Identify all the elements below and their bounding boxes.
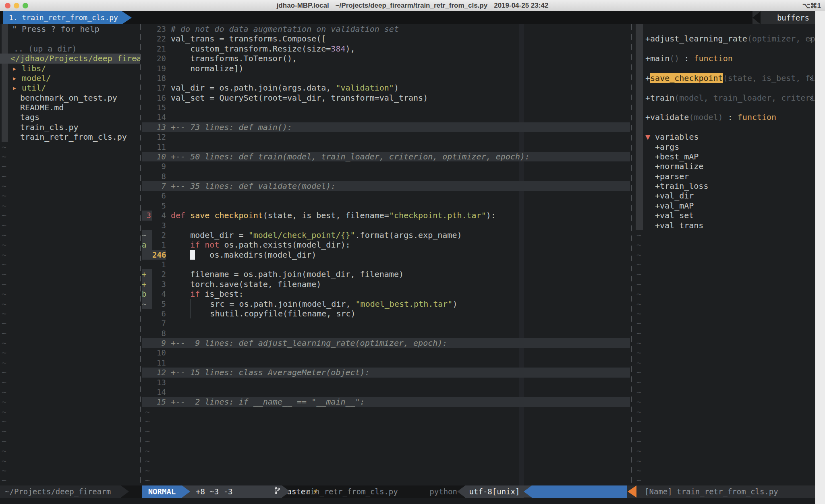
tag-item[interactable]: +save_checkpoint(state, is_best, fil›: [635, 73, 815, 83]
empty-buffer-line: ~: [0, 417, 140, 426]
line-number: 12: [152, 368, 166, 377]
tag-item[interactable]: +main() : function: [635, 54, 815, 63]
code-line[interactable]: 6: [142, 191, 630, 200]
code-line[interactable]: 246 os.makedirs(model_dir): [142, 250, 630, 260]
gutter-sign: ~: [142, 299, 152, 309]
command-line[interactable]: [0, 498, 815, 504]
tree-item[interactable]: ▸ model/: [0, 73, 140, 83]
code-line[interactable]: 8: [142, 171, 630, 181]
code-line[interactable]: _34def save_checkpoint(state, is_best, f…: [142, 211, 630, 220]
empty-buffer-line: ~: [142, 466, 630, 475]
code-line[interactable]: ~2 model_dir = "model/check_point/{}".fo…: [142, 230, 630, 240]
line-number: 19: [152, 64, 166, 73]
tree-item[interactable]: </jdhao/Projects/deep_firear›: [0, 54, 140, 63]
code-line[interactable]: 7: [142, 318, 630, 328]
tree-item[interactable]: ▸ util/: [0, 83, 140, 93]
code-line[interactable]: 14: [142, 387, 630, 397]
code-line[interactable]: +2 filename = os.path.join(model_dir, fi…: [142, 269, 630, 279]
code-line[interactable]: 22val_trans = transforms.Compose([: [142, 34, 630, 43]
tree-item[interactable]: train_retr_from_cls.py: [0, 132, 140, 142]
tree-item[interactable]: tags: [0, 112, 140, 122]
line-number: 6: [152, 309, 166, 318]
empty-buffer-line: ~: [635, 328, 815, 338]
gutter-sign: [142, 64, 152, 73]
code-line[interactable]: ~5 src = os.path.join(model_dir, "model_…: [142, 299, 630, 309]
code-line[interactable]: 21 custom_transform.Resize(size=384),: [142, 44, 630, 54]
code-line[interactable]: 3: [142, 221, 630, 230]
nddir-text: libs/: [22, 64, 46, 73]
powerline-arrow: [182, 485, 190, 498]
empty-buffer-line: ~: [0, 260, 140, 269]
code-line[interactable]: 5: [142, 201, 630, 211]
tag-item[interactable]: +train_loss: [635, 181, 815, 191]
tag-item[interactable]: +val_mAP: [635, 201, 815, 211]
line-number: 3: [152, 279, 166, 289]
code-line[interactable]: 14: [142, 112, 630, 122]
tree-item[interactable]: benchmark_on_test.py: [0, 93, 140, 103]
ndhelp-text: " Press ? for help: [12, 24, 99, 34]
gutter-sign: +: [142, 269, 152, 279]
tag-item[interactable]: +best_mAP: [635, 152, 815, 161]
empty-buffer-line: ~: [635, 387, 815, 397]
code-line[interactable]: 9: [142, 161, 630, 171]
code-line[interactable]: 15: [142, 103, 630, 112]
tab-active-buffer[interactable]: 1. train_retr_from_cls.py: [3, 11, 122, 24]
tag-item[interactable]: +val_dir: [635, 191, 815, 200]
fold-line[interactable]: 7+-- 35 lines: def validate(model):: [142, 181, 630, 191]
line-number: 14: [152, 112, 166, 122]
tag-item[interactable]: +val_trans: [635, 221, 815, 230]
line-text: os.makedirs(model_dir): [171, 250, 316, 260]
code-line[interactable]: 11: [142, 358, 630, 368]
tag-item[interactable]: +normalize: [635, 161, 815, 171]
tag-item[interactable]: +train(model, train_loader, criterio›: [635, 93, 815, 103]
code-line[interactable]: 10: [142, 348, 630, 357]
ndgray-text: .. (up a dir): [14, 44, 77, 54]
buffers-label[interactable]: buffers: [752, 11, 815, 24]
code-line[interactable]: b4 if is_best:: [142, 289, 630, 299]
tag-item[interactable]: +adjust_learning_rate(optimizer, epo›: [635, 34, 815, 43]
gutter-sign: [142, 387, 152, 397]
tn-text: variables: [655, 132, 699, 142]
code-line[interactable]: 20 transforms.ToTensor(),: [142, 54, 630, 63]
tag-item[interactable]: ▼ variables: [635, 132, 815, 142]
code-line[interactable]: 23# do not do data augmentation on valid…: [142, 24, 630, 34]
line-number: 22: [152, 34, 166, 43]
fold-line[interactable]: 13+-- 73 lines: def main():: [142, 122, 630, 132]
code-line[interactable]: 6 shutil.copyfile(filename, src): [142, 309, 630, 318]
fold-line[interactable]: 10+-- 50 lines: def train(model, train_l…: [142, 152, 630, 161]
tag-item[interactable]: +parser: [635, 171, 815, 181]
fold-line[interactable]: 9+-- 9 lines: def adjust_learning_rate(o…: [142, 338, 630, 348]
powerline-arrow: [457, 485, 465, 498]
code-line[interactable]: +3 torch.save(state, filename): [142, 279, 630, 289]
code-line[interactable]: 17val_dir = os.path.join(args.data, "val…: [142, 83, 630, 93]
empty-buffer-line: ~: [0, 289, 140, 299]
ndfile-text: benchmark_on_test.py: [20, 93, 117, 103]
fg-text: ): [452, 299, 457, 309]
tree-item[interactable]: train_cls.py: [0, 122, 140, 132]
empty-buffer-line: ~: [0, 368, 140, 377]
code-line[interactable]: 16val_set = QuerySet(root=val_dir, trans…: [142, 93, 630, 103]
ndfile-text: tags: [20, 112, 39, 122]
empty-buffer-line: ~: [635, 289, 815, 299]
fg-text: ): [394, 83, 399, 93]
code-line[interactable]: 13: [142, 378, 630, 387]
fold-line[interactable]: 12+-- 15 lines: class AverageMeter(objec…: [142, 368, 630, 377]
code-line[interactable]: a1 if not os.path.exists(model_dir):: [142, 240, 630, 250]
code-line[interactable]: 11: [142, 142, 630, 152]
code-line[interactable]: 18: [142, 73, 630, 83]
code-line[interactable]: 1: [142, 260, 630, 269]
line-number: 1: [152, 240, 166, 250]
tag-item[interactable]: +args: [635, 142, 815, 152]
code-line[interactable]: 12: [142, 132, 630, 142]
fold-line[interactable]: 15+-- 2 lines: if __name__ == "__main__"…: [142, 397, 630, 407]
window-separator[interactable]: [631, 24, 632, 485]
tree-item[interactable]: ▸ libs/: [0, 64, 140, 73]
tree-item[interactable]: .. (up a dir): [0, 44, 140, 54]
tree-item[interactable]: README.md: [0, 103, 140, 112]
code-line[interactable]: 19 normalize]): [142, 64, 630, 73]
tag-item[interactable]: +val_set: [635, 211, 815, 220]
code-line[interactable]: 8: [142, 328, 630, 338]
tag-item[interactable]: +validate(model) : function: [635, 112, 815, 122]
scrollbar-track[interactable]: [815, 11, 825, 504]
tree-item[interactable]: " Press ? for help: [0, 24, 140, 34]
